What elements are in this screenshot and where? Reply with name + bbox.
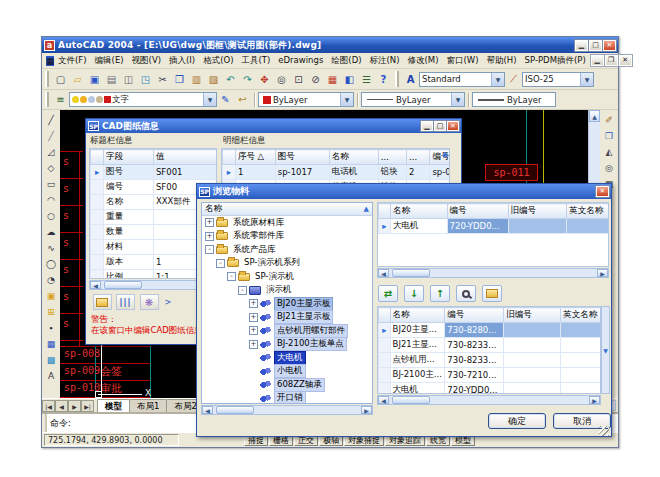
tree-hscrollbar[interactable]: ◀ ▶: [201, 405, 373, 415]
tree-item[interactable]: -SP-演示机系列: [202, 257, 372, 271]
column-header[interactable]: 字段: [104, 150, 154, 165]
collapse-icon[interactable]: -: [205, 245, 214, 254]
column-header[interactable]: 英文名称: [567, 204, 609, 219]
tab-model[interactable]: 模型: [97, 399, 130, 412]
region-button[interactable]: ▩: [44, 352, 59, 367]
column-header[interactable]: 序号 △: [235, 150, 275, 165]
save-button[interactable]: ▣: [87, 71, 103, 87]
zoom-window-button[interactable]: ⊡: [291, 71, 307, 87]
make-block-button[interactable]: ⊞: [44, 304, 59, 319]
tab-first-icon[interactable]: |◀: [42, 400, 55, 412]
open-button[interactable]: ▱: [70, 71, 86, 87]
resize-grip[interactable]: [599, 426, 609, 436]
table-row[interactable]: 点钞机用...730-8233...: [379, 353, 602, 368]
menu-item[interactable]: 窗口(W): [443, 54, 483, 68]
mdi-restore-button[interactable]: ❐: [605, 55, 618, 66]
expand-icon[interactable]: +: [249, 326, 258, 335]
tree-header[interactable]: 名称 ▲: [202, 203, 372, 216]
menu-item[interactable]: 插入(I): [165, 54, 199, 68]
hatch-button[interactable]: ▦: [44, 336, 59, 351]
scroll-left-icon[interactable]: ◀: [202, 406, 213, 414]
menu-item[interactable]: eDrawings: [274, 54, 327, 68]
polyline-button[interactable]: ◿: [44, 144, 59, 159]
expand-icon[interactable]: +: [249, 299, 258, 308]
menu-item[interactable]: SP-PDM插件(P): [521, 54, 590, 68]
tree-item[interactable]: 小电机: [202, 365, 372, 379]
menu-item[interactable]: 文件(F): [54, 54, 91, 68]
column-header[interactable]: 名称: [390, 308, 445, 323]
transfer-button[interactable]: ⇄: [378, 285, 398, 302]
scroll-right-icon[interactable]: ▶: [597, 269, 608, 277]
mdi-close-button[interactable]: ✕: [619, 55, 632, 66]
toolbar-grip[interactable]: [45, 71, 49, 87]
tree-item[interactable]: -系统产品库: [202, 243, 372, 257]
scroll-up-icon[interactable]: ▲: [589, 110, 600, 122]
layer-previous-icon[interactable]: ↩: [235, 92, 251, 108]
layer-combo[interactable]: 文字 ▼: [69, 92, 217, 107]
paste-button[interactable]: ▥: [189, 71, 205, 87]
offset-button[interactable]: ◎: [602, 160, 617, 175]
collapse-icon[interactable]: -: [227, 272, 236, 281]
properties-button[interactable]: ☰: [359, 71, 375, 87]
chevron-down-icon[interactable]: ▼: [451, 93, 464, 106]
tree-item[interactable]: +BJ21主显示板: [202, 311, 372, 325]
copy-button[interactable]: ❐: [172, 71, 188, 87]
tree-item[interactable]: -演示机: [202, 284, 372, 298]
menu-item[interactable]: 工具(T): [238, 54, 275, 68]
dim-style-combo[interactable]: ISO-25 ▼: [522, 72, 594, 87]
mdi-minimize-button[interactable]: ▁: [591, 55, 604, 66]
menu-item[interactable]: 帮助(H): [483, 54, 521, 68]
table-row[interactable]: ▸BJ20主显...730-8280...: [379, 323, 602, 338]
collapse-icon[interactable]: -: [216, 259, 225, 268]
table-row[interactable]: ▸1sp-1017电话机铝块2sp-017: [223, 165, 451, 180]
dialog-close-button[interactable]: ✕: [596, 186, 609, 197]
tree-item[interactable]: 608ZZ轴承: [202, 378, 372, 392]
column-header[interactable]: 名称: [329, 150, 378, 165]
column-header[interactable]: ...: [406, 150, 429, 165]
new-button[interactable]: ▢: [53, 71, 69, 87]
revision-cloud-button[interactable]: ☁: [44, 224, 59, 239]
tree-item[interactable]: +点钞机用螺钉部件: [202, 324, 372, 338]
insert-block-button[interactable]: ▣: [44, 288, 59, 303]
tree-item[interactable]: +BJ-2100主板单点: [202, 338, 372, 352]
table-row[interactable]: ▸图号SF001: [91, 165, 218, 180]
rectangle-button[interactable]: ▭: [44, 176, 59, 191]
menu-item[interactable]: 视图(V): [128, 54, 165, 68]
barcode-button[interactable]: |||: [116, 294, 135, 310]
dialog-maximize-button[interactable]: □: [434, 121, 446, 131]
lineweight-combo[interactable]: ByLayer: [472, 92, 556, 107]
table-row[interactable]: ▸大电机720-YDD0...: [379, 219, 610, 234]
chevron-down-icon[interactable]: ▼: [491, 73, 504, 86]
scroll-left-icon[interactable]: ◀: [90, 281, 101, 289]
scroll-right-icon[interactable]: ▶: [361, 406, 372, 414]
spline-button[interactable]: ∿: [44, 240, 59, 255]
expand-icon[interactable]: +: [205, 218, 214, 227]
top-table-hscrollbar[interactable]: ◀ ▶: [377, 268, 609, 278]
titlebar[interactable]: a AutoCAD 2004 - [E:\UG\dwg\图框\测试用图(部件).…: [42, 37, 618, 53]
tab-next-icon[interactable]: ▶: [68, 400, 81, 412]
cut-button[interactable]: ✂: [155, 71, 171, 87]
tree-item[interactable]: +BJ20主显示板: [202, 297, 372, 311]
line-button[interactable]: ╱: [44, 112, 59, 127]
ellipse-arc-button[interactable]: ◔: [44, 272, 59, 287]
tab-last-icon[interactable]: ▶|: [81, 400, 94, 412]
menu-item[interactable]: 绘图(D): [327, 54, 365, 68]
collapse-icon[interactable]: -: [238, 286, 247, 295]
column-header[interactable]: 旧编号: [508, 204, 567, 219]
sheet-set-button[interactable]: ▦: [325, 71, 341, 87]
settings-add-button[interactable]: ❋: [140, 294, 159, 310]
upload-button[interactable]: ↑: [430, 285, 450, 302]
maximize-button[interactable]: □: [589, 40, 602, 51]
toolbar-grip[interactable]: [395, 71, 399, 87]
menu-item[interactable]: 标注(N): [366, 54, 404, 68]
point-button[interactable]: ∙: [44, 320, 59, 335]
text-button[interactable]: A: [44, 368, 59, 383]
tab-layout1[interactable]: 布局1: [129, 399, 167, 412]
plot-button[interactable]: ▤: [104, 71, 120, 87]
chevron-down-icon[interactable]: ▼: [203, 93, 216, 106]
chevron-down-icon[interactable]: ▼: [580, 73, 593, 86]
column-header[interactable]: 值: [153, 150, 217, 165]
publish-button[interactable]: ◳: [138, 71, 154, 87]
expand-icon[interactable]: +: [249, 340, 258, 349]
close-button[interactable]: ✕: [603, 40, 616, 51]
